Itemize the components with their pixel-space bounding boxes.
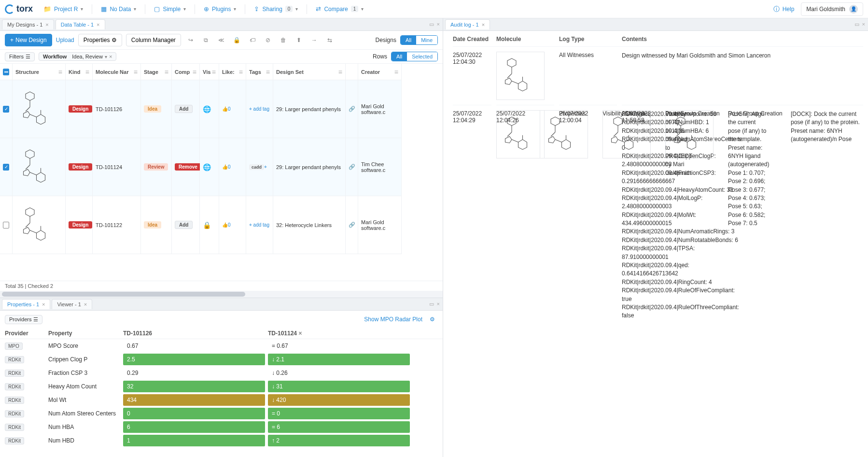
remove-col-icon[interactable]: × [298,330,302,337]
plugins-menu[interactable]: ⊕Plugins▾ [199,3,241,15]
select-all-checkbox[interactable] [3,69,9,75]
project-menu[interactable]: 📁Project R▾ [39,3,88,15]
row-checkbox[interactable]: ✓ [3,106,9,113]
comp-button[interactable]: Add [175,221,193,229]
like-count[interactable]: 👍0 [222,106,231,112]
filters-chip[interactable]: Filters☰ [5,52,35,61]
swap-icon[interactable]: ⇆ [324,34,336,46]
column-menu-icon[interactable]: ≡ [212,68,216,76]
column-header[interactable]: Structure≡ [13,64,66,80]
close-icon[interactable]: × [84,301,87,307]
audit-molecule[interactable] [665,110,714,158]
designs-mine[interactable]: Mine [416,36,437,44]
link-icon[interactable]: ⊘ [262,34,274,46]
globe-icon[interactable]: 🌐 [203,163,211,171]
column-header[interactable]: Comp≡ [172,64,200,80]
designs-all[interactable]: All [401,36,416,44]
nodata-menu[interactable]: ▦No Data▾ [96,3,141,15]
add-tag-button[interactable]: + add tag [249,222,269,228]
trash-icon[interactable]: 🗑 [278,34,289,46]
close-icon[interactable]: × [45,22,48,28]
row-checkbox[interactable] [3,222,9,228]
upload-link[interactable]: Upload [56,37,74,43]
column-menu-icon[interactable]: ≡ [85,68,89,76]
simple-menu[interactable]: ▢Simple▾ [149,3,191,15]
stage-badge[interactable]: Idea [144,221,161,228]
link-icon[interactable]: 🔗 [349,164,355,170]
tab-mydesigns[interactable]: My Designs - 1× [2,19,54,29]
lock-icon[interactable]: 🔒 [231,34,243,46]
column-header[interactable]: Kind≡ [66,64,93,80]
tag-chip[interactable]: cadd [249,164,264,170]
share-icon[interactable]: ≪ [216,34,227,46]
add-tag-button[interactable]: + add tag [249,106,269,112]
stage-badge[interactable]: Review [144,163,168,171]
help-link[interactable]: ⓘHelp [769,2,799,16]
upload-icon[interactable]: ⬆ [293,34,305,46]
molecule-structure[interactable] [15,144,61,190]
tab-properties[interactable]: Properties - 1× [2,299,50,309]
stage-badge[interactable]: Idea [144,105,161,113]
close-panel-icon[interactable]: × [437,21,440,28]
column-manager-button[interactable]: Column Manager [126,34,181,46]
close-icon[interactable]: × [482,22,485,28]
show-radar-link[interactable]: Show MPO Radar Plot [364,316,422,323]
compare-menu[interactable]: ⇄Compare1▾ [311,3,368,15]
column-header[interactable]: Vis≡ [200,64,219,80]
tab-datatable[interactable]: Data Table - 1× [56,19,105,29]
close-icon[interactable]: × [42,301,45,307]
tab-auditlog[interactable]: Audit log - 1× [445,19,490,29]
user-menu[interactable]: Mari Goldsmith👤 [801,2,863,16]
audit-molecule[interactable] [496,52,545,100]
add-tag-button[interactable]: + [264,164,267,170]
like-count[interactable]: 👍0 [222,164,231,170]
workflow-chip[interactable]: Workflow Idea, Review▾× [39,52,116,61]
rows-toggle[interactable]: All Selected [391,52,438,61]
row-checkbox[interactable]: ✓ [3,164,9,171]
column-header[interactable]: Design Set≡ [273,64,346,80]
comp-button[interactable]: Remove [175,163,201,171]
column-header[interactable]: Molecule Nar≡ [93,64,141,80]
column-menu-icon[interactable]: ≡ [193,68,196,76]
column-menu-icon[interactable]: ≡ [58,68,62,76]
column-header[interactable]: Tags≡ [246,64,273,80]
molecule-structure[interactable] [15,86,61,132]
sharing-menu[interactable]: ⇪Sharing0▾ [249,3,303,15]
properties-button[interactable]: Properties ⚙ [78,34,122,46]
column-header[interactable]: Creator≡ [358,64,402,80]
link-icon[interactable]: 🔗 [349,222,355,228]
rows-selected[interactable]: Selected [407,52,437,61]
column-menu-icon[interactable]: ≡ [394,68,398,76]
like-count[interactable]: 👍0 [222,222,231,228]
column-menu-icon[interactable]: ≡ [134,68,138,76]
column-header[interactable]: Stage≡ [141,64,172,80]
rows-all[interactable]: All [392,52,407,61]
gear-icon[interactable]: ⚙ [426,314,438,325]
column-header[interactable]: Like:≡ [219,64,246,80]
designs-toggle[interactable]: All Mine [400,35,438,45]
column-menu-icon[interactable]: ≡ [266,68,270,76]
minimize-icon[interactable]: ▭ [429,21,434,28]
minimize-icon[interactable]: ▭ [429,301,434,307]
column-menu-icon[interactable]: ≡ [338,68,342,76]
close-icon[interactable]: × [97,22,99,28]
comp-button[interactable]: Add [175,105,193,113]
column-menu-icon[interactable]: ≡ [239,68,243,76]
providers-chip[interactable]: Providers☰ [5,315,42,324]
close-panel-icon[interactable]: × [437,301,440,307]
clear-filter-icon[interactable]: × [109,54,112,59]
close-panel-icon[interactable]: × [862,21,865,28]
link-icon[interactable]: 🔗 [349,106,355,112]
lock-icon[interactable]: 🔒 [203,221,211,229]
arrow-right-icon[interactable]: → [308,34,320,46]
minimize-icon[interactable]: ▭ [854,21,859,28]
molecule-structure[interactable] [15,202,61,248]
hscrollbar[interactable] [0,291,443,298]
column-menu-icon[interactable]: ≡ [165,68,168,76]
tag-icon[interactable]: 🏷 [247,34,258,46]
globe-icon[interactable]: 🌐 [203,105,211,113]
tab-viewer[interactable]: Viewer - 1× [52,299,92,309]
new-design-button[interactable]: +New Design [5,34,52,46]
copy-icon[interactable]: ⧉ [200,34,212,46]
redo-icon[interactable]: ↪ [185,34,196,46]
